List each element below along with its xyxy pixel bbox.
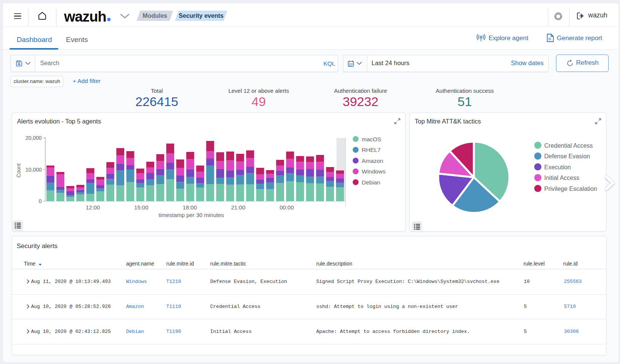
svg-text:00:00: 00:00 xyxy=(280,204,294,211)
svg-text:Defense Evasion: Defense Evasion xyxy=(544,153,590,159)
svg-text:Credential Access: Credential Access xyxy=(544,142,593,149)
svg-text:10,000: 10,000 xyxy=(25,167,42,173)
svg-text:20,000: 20,000 xyxy=(25,135,42,141)
svg-text:Amazon: Amazon xyxy=(362,158,383,164)
svg-text:Debian: Debian xyxy=(362,179,380,186)
svg-text:12:00: 12:00 xyxy=(86,204,100,211)
svg-text:timestamp per 30 minutes: timestamp per 30 minutes xyxy=(159,212,224,218)
svg-text:18:00: 18:00 xyxy=(183,204,197,211)
svg-text:RHEL7: RHEL7 xyxy=(362,147,381,153)
svg-text:macOS: macOS xyxy=(362,136,381,142)
svg-text:Privilege Escalation: Privilege Escalation xyxy=(544,186,597,192)
svg-text:0: 0 xyxy=(39,198,42,204)
svg-text:Count: Count xyxy=(16,163,22,177)
svg-text:Initial Access: Initial Access xyxy=(544,175,579,181)
svg-text:Windows: Windows xyxy=(362,168,386,175)
svg-text:15:00: 15:00 xyxy=(134,204,148,211)
svg-text:Execution: Execution xyxy=(544,164,571,170)
svg-text:21:00: 21:00 xyxy=(231,204,245,211)
